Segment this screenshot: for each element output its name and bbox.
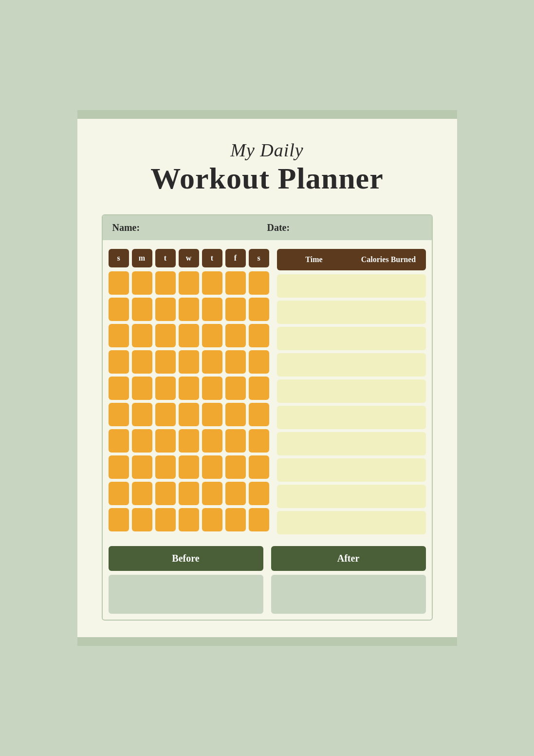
day-cell[interactable] (132, 508, 152, 531)
list-item[interactable] (277, 432, 426, 455)
before-after-headers: Before After (109, 546, 426, 571)
day-cell[interactable] (249, 271, 269, 295)
day-cell[interactable] (155, 482, 176, 505)
day-cell[interactable] (109, 429, 129, 453)
day-cell[interactable] (155, 508, 176, 531)
day-cell[interactable] (132, 482, 152, 505)
day-cell[interactable] (225, 271, 246, 295)
day-cell[interactable] (225, 482, 246, 505)
day-cell[interactable] (202, 271, 222, 295)
day-cell[interactable] (179, 482, 199, 505)
day-cell[interactable] (132, 298, 152, 321)
day-cell[interactable] (225, 429, 246, 453)
header-row: Name: Date: (103, 215, 432, 240)
day-cell[interactable] (249, 298, 269, 321)
day-cell[interactable] (202, 508, 222, 531)
day-cell[interactable] (225, 350, 246, 374)
day-cell[interactable] (155, 324, 176, 347)
list-item[interactable] (277, 458, 426, 482)
tc-rows (277, 274, 426, 534)
day-cell[interactable] (249, 429, 269, 453)
time-column-header: Time (277, 249, 351, 270)
list-item[interactable] (277, 511, 426, 534)
title-main: Workout Planner (102, 162, 433, 195)
day-cell[interactable] (249, 455, 269, 479)
day-cell[interactable] (179, 403, 199, 426)
day-cell[interactable] (179, 429, 199, 453)
day-cell[interactable] (202, 455, 222, 479)
day-cell[interactable] (249, 350, 269, 374)
day-cell[interactable] (202, 350, 222, 374)
day-cell[interactable] (179, 508, 199, 531)
day-cell[interactable] (155, 271, 176, 295)
list-item[interactable] (277, 274, 426, 298)
day-cell[interactable] (155, 455, 176, 479)
day-cell[interactable] (179, 350, 199, 374)
day-cell[interactable] (179, 377, 199, 400)
day-cell[interactable] (179, 298, 199, 321)
day-cell[interactable] (225, 508, 246, 531)
day-cell[interactable] (202, 403, 222, 426)
day-cell[interactable] (109, 350, 129, 374)
day-cell[interactable] (132, 350, 152, 374)
day-cell[interactable] (109, 377, 129, 400)
day-cell[interactable] (155, 298, 176, 321)
day-cell[interactable] (132, 429, 152, 453)
after-content-box[interactable] (271, 575, 426, 614)
list-item[interactable] (277, 485, 426, 508)
day-cell[interactable] (132, 377, 152, 400)
day-cell[interactable] (155, 377, 176, 400)
day-headers: s m t w t f s (109, 249, 269, 267)
day-cell[interactable] (109, 403, 129, 426)
day-cell[interactable] (202, 482, 222, 505)
day-cell[interactable] (202, 298, 222, 321)
day-cell[interactable] (109, 455, 129, 479)
day-cell[interactable] (109, 298, 129, 321)
list-item[interactable] (277, 379, 426, 403)
day-cell[interactable] (225, 298, 246, 321)
day-cell[interactable] (132, 455, 152, 479)
day-header-t1: t (155, 249, 176, 267)
table-row (109, 298, 269, 321)
day-cell[interactable] (132, 403, 152, 426)
day-cell[interactable] (202, 429, 222, 453)
day-cell[interactable] (155, 403, 176, 426)
day-grid (109, 271, 269, 531)
main-content: s m t w t f s (103, 240, 432, 540)
day-cell[interactable] (249, 403, 269, 426)
day-cell[interactable] (225, 403, 246, 426)
tc-header: Time Calories Burned (277, 249, 426, 270)
before-label: Before (109, 546, 263, 571)
day-cell[interactable] (155, 429, 176, 453)
day-cell[interactable] (249, 377, 269, 400)
calories-column-header: Calories Burned (351, 249, 426, 270)
day-header-t2: t (202, 249, 222, 267)
list-item[interactable] (277, 301, 426, 324)
day-cell[interactable] (225, 324, 246, 347)
list-item[interactable] (277, 327, 426, 350)
table-row (109, 350, 269, 374)
name-label: Name: (112, 222, 267, 233)
day-cell[interactable] (249, 324, 269, 347)
day-cell[interactable] (155, 350, 176, 374)
day-cell[interactable] (132, 271, 152, 295)
day-cell[interactable] (132, 324, 152, 347)
day-cell[interactable] (249, 508, 269, 531)
table-row (109, 482, 269, 505)
day-cell[interactable] (249, 482, 269, 505)
day-cell[interactable] (202, 324, 222, 347)
before-content-box[interactable] (109, 575, 263, 614)
day-cell[interactable] (179, 455, 199, 479)
day-cell[interactable] (225, 377, 246, 400)
day-cell[interactable] (109, 324, 129, 347)
day-cell[interactable] (202, 377, 222, 400)
day-cell[interactable] (179, 271, 199, 295)
day-cell[interactable] (109, 508, 129, 531)
list-item[interactable] (277, 406, 426, 429)
day-cell[interactable] (225, 455, 246, 479)
days-section: s m t w t f s (109, 249, 269, 534)
day-cell[interactable] (179, 324, 199, 347)
day-cell[interactable] (109, 271, 129, 295)
day-cell[interactable] (109, 482, 129, 505)
list-item[interactable] (277, 353, 426, 377)
